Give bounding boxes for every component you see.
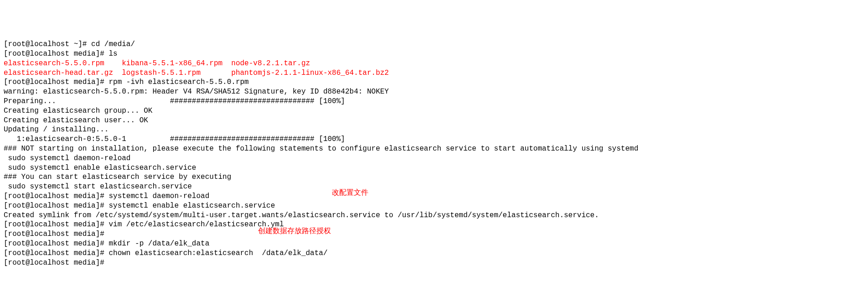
terminal-line: Preparing... ###########################… <box>4 97 864 106</box>
terminal-line: ### NOT starting on installation, please… <box>4 144 864 154</box>
terminal-line: Created symlink from /etc/systemd/system… <box>4 211 864 220</box>
terminal-line: [root@localhost media]# chown elasticsea… <box>4 249 864 258</box>
terminal-line: sudo systemctl enable elasticsearch.serv… <box>4 163 864 173</box>
terminal-line: [root@localhost media]# systemctl daemon… <box>4 192 864 201</box>
terminal-line: elasticsearch-head.tar.gz logstash-5.5.1… <box>4 68 864 78</box>
terminal-line: ### You can start elasticsearch service … <box>4 172 864 182</box>
terminal-line: [root@localhost media]# rpm -ivh elastic… <box>4 78 864 87</box>
terminal-line: [root@localhost media]# <box>4 258 864 268</box>
annotation-config-file: 改配置文件 <box>332 188 368 198</box>
terminal-line: [root@localhost media]# ls <box>4 49 864 59</box>
terminal-line: Updating / installing... <box>4 125 864 135</box>
terminal-line: 1:elasticsearch-0:5.5.0-1 ##############… <box>4 135 864 144</box>
terminal-line: warning: elasticsearch-5.5.0.rpm: Header… <box>4 87 864 97</box>
terminal-line: [root@localhost ~]# cd /media/ <box>4 40 864 49</box>
terminal-line: Creating elasticsearch group... OK <box>4 106 864 116</box>
terminal-line: Creating elasticsearch user... OK <box>4 116 864 125</box>
terminal-line: sudo systemctl daemon-reload <box>4 154 864 163</box>
annotation-create-path: 创建数据存放路径授权 <box>258 226 331 236</box>
terminal-output: [root@localhost ~]# cd /media/[root@loca… <box>4 40 864 267</box>
terminal-line: [root@localhost media]# <box>4 230 864 239</box>
terminal-line: [root@localhost media]# systemctl enable… <box>4 201 864 211</box>
terminal-line: elasticsearch-5.5.0.rpm kibana-5.5.1-x86… <box>4 59 864 68</box>
terminal-line: sudo systemctl start elasticsearch.servi… <box>4 182 864 192</box>
terminal-line: [root@localhost media]# mkdir -p /data/e… <box>4 239 864 249</box>
terminal-line: [root@localhost media]# vim /etc/elastic… <box>4 220 864 230</box>
